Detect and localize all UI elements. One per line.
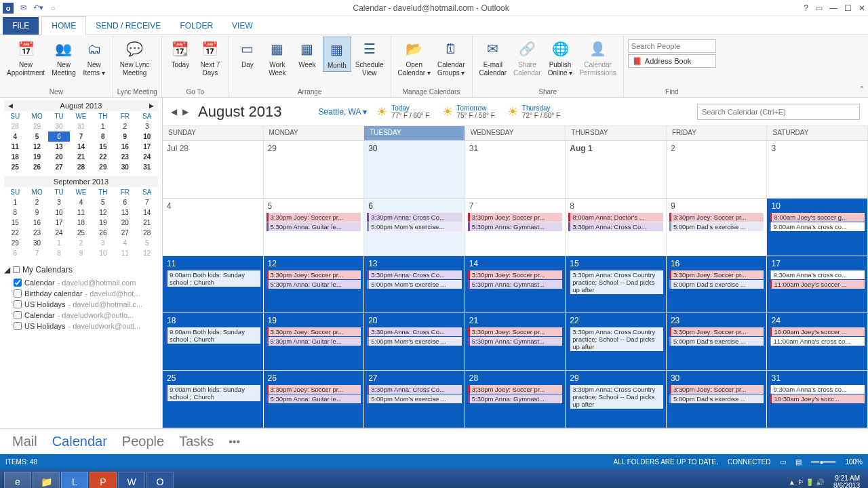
day-cell[interactable]: 213:30pm Joey: Soccer pr...5:30pm Anna: …: [465, 313, 566, 370]
minical-day[interactable]: 7: [136, 197, 158, 207]
minical-day[interactable]: 30: [114, 162, 136, 172]
calendar-event[interactable]: 5:30pm Anna: Guitar le...: [267, 280, 361, 289]
minical-day[interactable]: 18: [4, 152, 26, 162]
minimize-icon[interactable]: —: [829, 3, 837, 13]
minical-day[interactable]: 4: [70, 197, 92, 207]
new-meeting-button[interactable]: 👥New Meeting: [49, 37, 79, 79]
help-icon[interactable]: ?: [804, 3, 808, 13]
location-picker[interactable]: Seattle, WA ▾: [319, 107, 368, 117]
calendar-event[interactable]: 9:30am Anna's cross co...: [770, 270, 865, 279]
minical-day[interactable]: 28: [4, 121, 26, 131]
nav-more-icon[interactable]: •••: [229, 436, 240, 448]
calendar-event[interactable]: 3:30pm Joey: Soccer pr...: [669, 270, 764, 279]
minical-day[interactable]: 28: [136, 228, 158, 238]
minical-day[interactable]: 17: [48, 218, 70, 228]
day-cell[interactable]: 4: [163, 199, 264, 256]
minical-day[interactable]: 8: [4, 207, 26, 218]
nav-people[interactable]: People: [122, 434, 164, 449]
calendar-event[interactable]: 11:00am Joey's soccer ...: [770, 280, 865, 289]
calendar-event[interactable]: 5:30pm Anna: Guitar le...: [267, 394, 361, 403]
qat-undo-icon[interactable]: ↶▾: [33, 3, 43, 14]
minical-day[interactable]: 19: [92, 218, 114, 228]
schedule-view-button[interactable]: ☰Schedule View: [353, 37, 387, 79]
minical-day[interactable]: 22: [92, 152, 114, 162]
minical-day[interactable]: 15: [4, 218, 26, 228]
day-cell[interactable]: 303:30pm Joey: Soccer pr...5:00pm Dad's …: [667, 371, 768, 428]
taskbar-clock[interactable]: 9:21 AM8/6/2013: [829, 474, 864, 488]
calendar-list-item[interactable]: Calendar - davelud@hotmail.com: [4, 277, 158, 288]
calendar-event[interactable]: 5:30pm Anna: Gymnast...: [468, 394, 563, 403]
minical-day[interactable]: 23: [26, 228, 47, 238]
minical-day[interactable]: 9: [114, 131, 136, 142]
calendar-event[interactable]: 5:30pm Anna: Gymnast...: [468, 337, 563, 346]
calendar-event[interactable]: 5:30pm Anna: Guitar le...: [267, 337, 361, 346]
calendar-event[interactable]: 3:30pm Joey: Soccer pr...: [669, 327, 764, 336]
day-cell[interactable]: 283:30pm Joey: Soccer pr...5:30pm Anna: …: [465, 371, 566, 428]
day-cell[interactable]: 29: [264, 141, 365, 198]
minical-day[interactable]: 1: [4, 197, 26, 207]
minical-day[interactable]: 7: [26, 248, 47, 258]
calendar-event[interactable]: 3:30pm Joey: Soccer pr...: [267, 327, 361, 336]
calendar-event[interactable]: 3:30pm Anna: Cross Country practice; Sch…: [568, 327, 663, 351]
day-cell[interactable]: 259:00am Both kids: Sunday school ; Chur…: [163, 371, 264, 428]
minical-day[interactable]: 1: [92, 121, 114, 131]
calendar-event[interactable]: 5:30pm Anna: Gymnast...: [468, 280, 563, 289]
minical-day[interactable]: 16: [114, 142, 136, 152]
taskbar-ie-icon[interactable]: e: [4, 472, 31, 488]
maximize-icon[interactable]: ☐: [844, 3, 852, 13]
day-cell[interactable]: 273:30pm Anna: Cross Co...5:00pm Mom's e…: [364, 371, 465, 428]
minical-day[interactable]: 11: [70, 207, 92, 218]
nav-calendar[interactable]: Calendar: [52, 434, 107, 449]
minical-day[interactable]: 12: [26, 142, 47, 152]
calendar-permissions-button[interactable]: 👤Calendar Permissions: [576, 37, 618, 79]
calendar-event[interactable]: 3:30pm Anna: Cross Co...: [367, 270, 462, 279]
view-normal-icon[interactable]: ▭: [780, 458, 786, 466]
minical-day[interactable]: 2: [114, 121, 136, 131]
month-view-button[interactable]: ▦Month: [323, 37, 351, 72]
minical-day[interactable]: 29: [26, 121, 47, 131]
calendar-event[interactable]: 3:30pm Anna: Cross Co...: [367, 327, 462, 336]
minical-day[interactable]: 1: [48, 238, 70, 248]
minical-day[interactable]: 9: [70, 248, 92, 258]
calendar-event[interactable]: 3:30pm Anna: Cross Co...: [568, 222, 663, 231]
minical-day[interactable]: 23: [114, 152, 136, 162]
calendar-event[interactable]: 3:30pm Joey: Soccer pr...: [267, 270, 361, 279]
minical-day[interactable]: 10: [92, 248, 114, 258]
nav-tasks[interactable]: Tasks: [179, 434, 214, 449]
minical-day[interactable]: 19: [26, 152, 47, 162]
tab-file[interactable]: FILE: [3, 17, 39, 35]
calendar-checkbox[interactable]: [14, 311, 22, 319]
minical-day[interactable]: 14: [136, 207, 158, 218]
minical-day[interactable]: 13: [114, 207, 136, 218]
calendar-event[interactable]: 3:30pm Joey: Soccer pr...: [468, 327, 563, 336]
minical-day[interactable]: 28: [70, 162, 92, 172]
calendar-event[interactable]: 10:00am Joey's soccer ...: [770, 327, 865, 336]
next-7-days-button[interactable]: 📅Next 7 Days: [196, 37, 224, 79]
calendar-list-item[interactable]: Calendar - daveludwork@outlo...: [4, 310, 158, 321]
ribbon-collapse-icon[interactable]: ˄: [860, 85, 864, 94]
taskbar-explorer-icon[interactable]: 📁: [33, 472, 60, 488]
calendar-event[interactable]: 5:30pm Anna: Guitar le...: [267, 222, 361, 231]
calendar-event[interactable]: 11:00am Anna's cross co...: [770, 337, 865, 346]
minical-day[interactable]: 8: [48, 248, 70, 258]
tray-icons[interactable]: ▲ 🏳 🔋 🔊: [789, 479, 824, 486]
minical-day[interactable]: 29: [4, 238, 26, 248]
calendar-checkbox[interactable]: [14, 322, 22, 330]
calendar-event[interactable]: 3:30pm Joey: Soccer pr...: [669, 213, 764, 222]
minical-prev-icon[interactable]: ◀: [5, 102, 16, 109]
minical-day[interactable]: 2: [26, 197, 47, 207]
minical-day[interactable]: 10: [48, 207, 70, 218]
day-cell[interactable]: 163:30pm Joey: Soccer pr...5:00pm Dad's …: [667, 256, 768, 313]
calendar-list-item[interactable]: Birthday calendar - davelud@hot...: [4, 288, 158, 299]
minical-day[interactable]: 25: [4, 162, 26, 172]
calendar-event[interactable]: 5:00pm Dad's exercise ...: [669, 337, 764, 346]
publish-online-button[interactable]: 🌐Publish Online ▾: [545, 37, 576, 79]
calendar-event[interactable]: 5:00pm Mom's exercise...: [367, 222, 462, 231]
day-cell[interactable]: 3: [767, 141, 868, 198]
minical-day[interactable]: 24: [136, 152, 158, 162]
day-cell[interactable]: 153:30pm Anna: Cross Country practice; S…: [566, 256, 667, 313]
calendar-event[interactable]: 8:00am Joey's soccer g...: [770, 213, 865, 222]
calendar-checkbox[interactable]: [14, 300, 22, 308]
minical-day[interactable]: 20: [48, 152, 70, 162]
work-week-button[interactable]: ▦Work Week: [263, 37, 292, 79]
